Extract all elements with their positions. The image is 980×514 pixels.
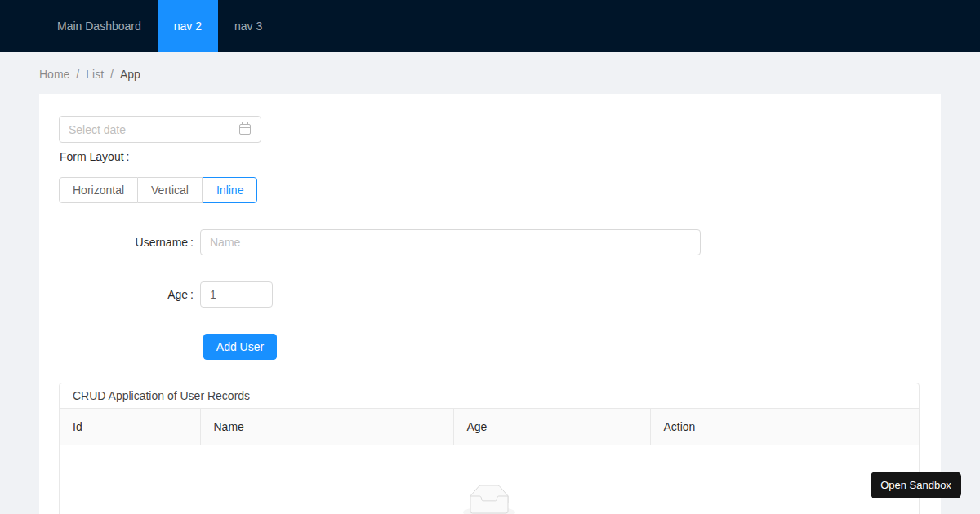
age-input[interactable] (200, 281, 273, 308)
date-picker-input[interactable] (60, 123, 239, 136)
breadcrumb-separator: / (76, 68, 79, 81)
username-row: Username: (39, 229, 701, 255)
card-title: CRUD Application of User Records (60, 383, 919, 409)
colon: : (127, 150, 130, 163)
main-content-panel: Form Layout: Horizontal Vertical Inline … (39, 94, 941, 514)
nav-item-nav2[interactable]: nav 2 (158, 0, 218, 52)
empty-state (60, 485, 919, 514)
date-picker[interactable] (59, 116, 261, 143)
form-layout-label: Form Layout: (60, 150, 129, 163)
nav-item-label: nav 2 (174, 20, 202, 33)
colon: : (190, 236, 194, 249)
breadcrumb: Home / List / App (39, 68, 140, 81)
breadcrumb-app: App (120, 68, 140, 81)
username-input[interactable] (200, 229, 701, 255)
radio-horizontal[interactable]: Horizontal (59, 177, 138, 203)
calendar-icon (239, 124, 251, 135)
breadcrumb-separator: / (110, 68, 114, 81)
age-row: Age: (39, 281, 273, 308)
user-records-table: Id Name Age Action (60, 409, 919, 445)
nav-item-label: Main Dashboard (57, 20, 141, 33)
open-sandbox-button[interactable]: Open Sandbox (871, 472, 961, 498)
column-header-id: Id (60, 409, 200, 445)
nav-item-nav3[interactable]: nav 3 (218, 0, 278, 52)
add-user-button[interactable]: Add User (203, 334, 277, 360)
radio-vertical[interactable]: Vertical (138, 177, 203, 203)
column-header-age: Age (453, 409, 650, 445)
column-header-action: Action (650, 409, 919, 445)
breadcrumb-home[interactable]: Home (39, 68, 69, 81)
colon: : (190, 288, 194, 301)
table-header-row: Id Name Age Action (60, 409, 919, 445)
column-header-name: Name (200, 409, 453, 445)
crud-card: CRUD Application of User Records Id Name… (59, 383, 920, 514)
age-label: Age: (39, 288, 200, 301)
top-navbar: Main Dashboard nav 2 nav 3 (0, 0, 980, 52)
breadcrumb-list[interactable]: List (86, 68, 104, 81)
nav-item-label: nav 3 (234, 20, 262, 33)
username-label: Username: (39, 236, 200, 249)
empty-inbox-icon (463, 485, 515, 514)
nav-item-main-dashboard[interactable]: Main Dashboard (41, 0, 158, 52)
form-layout-radio-group: Horizontal Vertical Inline (59, 177, 257, 203)
radio-inline[interactable]: Inline (203, 177, 257, 203)
